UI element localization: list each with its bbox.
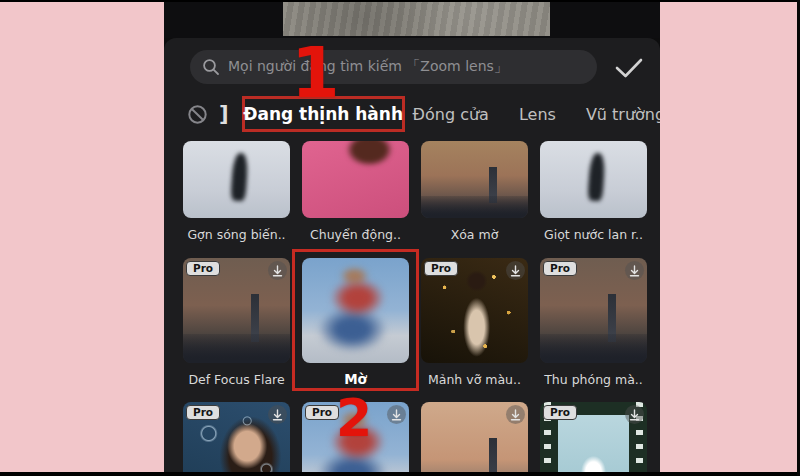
pro-badge: Pro bbox=[186, 261, 220, 276]
effect-thumbnail: Pro bbox=[540, 141, 647, 218]
effect-label: Giọt nước lan r.. bbox=[540, 226, 647, 243]
effects-tab-bar: ] Đang thịnh hành Đóng cửa Lens Vũ trườn… bbox=[164, 96, 660, 132]
effect-card-manh-vo-mau[interactable]: Pro Mảnh vỡ màu.. bbox=[421, 258, 528, 388]
download-icon[interactable] bbox=[625, 261, 644, 280]
effect-card-gon-song-bien[interactable]: Pro Gợn sóng biến.. bbox=[183, 141, 290, 243]
annotation-step-2: 2 bbox=[336, 396, 372, 440]
pro-badge: Pro bbox=[543, 261, 577, 276]
effect-card-thu-phong[interactable]: Pro Thu phóng mà.. bbox=[540, 258, 647, 388]
effect-card-xoa-mo[interactable]: Pro Xóa mờ bbox=[421, 141, 528, 243]
pro-badge: Pro bbox=[543, 405, 577, 420]
effect-thumbnail: Pro bbox=[302, 258, 409, 363]
effect-thumbnail: Pro bbox=[421, 258, 528, 363]
effects-row-3: Pro Pro Pro bbox=[183, 402, 647, 476]
download-icon[interactable] bbox=[387, 405, 406, 424]
effect-card-mo[interactable]: Pro Mờ bbox=[302, 258, 409, 388]
screenshot-stage: Mọi người đang tìm kiếm 「Zoom lens」 ] Đa… bbox=[0, 0, 800, 476]
download-icon[interactable] bbox=[268, 405, 287, 424]
download-icon[interactable] bbox=[506, 261, 525, 280]
effect-label: Gợn sóng biến.. bbox=[183, 226, 290, 243]
effects-row-1: Pro Gợn sóng biến.. Pro Chuyển động.. Pr… bbox=[183, 141, 647, 243]
tab-lens[interactable]: Lens bbox=[519, 105, 556, 124]
effect-card[interactable]: Pro bbox=[421, 402, 528, 476]
effect-thumbnail: Pro bbox=[183, 258, 290, 363]
effect-label: Mờ bbox=[302, 371, 409, 388]
download-icon[interactable] bbox=[625, 405, 644, 424]
annotation-step-1: 1 bbox=[291, 44, 340, 104]
tab-vu-truong[interactable]: Vũ trường bbox=[586, 105, 660, 124]
search-icon bbox=[202, 58, 220, 76]
search-input[interactable]: Mọi người đang tìm kiếm 「Zoom lens」 bbox=[190, 50, 597, 84]
effect-thumbnail: Pro bbox=[540, 402, 647, 476]
pro-badge: Pro bbox=[186, 405, 220, 420]
letterbox-right bbox=[660, 2, 797, 472]
effect-label: Thu phóng mà.. bbox=[540, 371, 647, 388]
effect-card[interactable]: Pro bbox=[540, 402, 647, 476]
bottom-border bbox=[0, 472, 800, 476]
pro-badge: Pro bbox=[305, 405, 339, 420]
effect-card-chuyen-dong[interactable]: Pro Chuyển động.. bbox=[302, 141, 409, 243]
download-icon[interactable] bbox=[506, 405, 525, 424]
no-effect-icon[interactable] bbox=[187, 104, 208, 125]
tab-dong-cua[interactable]: Đóng cửa bbox=[413, 105, 489, 124]
effect-label: Def Focus Flare bbox=[183, 371, 290, 388]
pro-badge: Pro bbox=[424, 261, 458, 276]
top-border bbox=[0, 0, 800, 2]
letterbox-left bbox=[0, 2, 164, 472]
effect-thumbnail: Pro bbox=[421, 402, 528, 476]
effect-card-def-focus-flare[interactable]: Pro Def Focus Flare bbox=[183, 258, 290, 388]
effect-thumbnail: Pro bbox=[183, 402, 290, 476]
effect-thumbnail: Pro bbox=[183, 141, 290, 218]
effect-thumbnail: Pro bbox=[302, 141, 409, 218]
effect-label: Chuyển động.. bbox=[302, 226, 409, 243]
effects-row-2: Pro Def Focus Flare Pro Mờ Pro M bbox=[183, 258, 647, 388]
effect-thumbnail: Pro bbox=[421, 141, 528, 218]
effect-card-giot-nuoc[interactable]: Pro Giọt nước lan r.. bbox=[540, 141, 647, 243]
effect-label: Xóa mờ bbox=[421, 226, 528, 243]
search-placeholder: Mọi người đang tìm kiếm 「Zoom lens」 bbox=[228, 58, 508, 76]
bracket-icon: ] bbox=[219, 104, 229, 125]
confirm-button[interactable] bbox=[611, 55, 647, 83]
effects-panel: Mọi người đang tìm kiếm 「Zoom lens」 ] Đa… bbox=[164, 38, 660, 476]
download-icon[interactable] bbox=[268, 261, 287, 280]
check-icon bbox=[614, 55, 644, 84]
effect-card[interactable]: Pro bbox=[183, 402, 290, 476]
video-preview bbox=[283, 2, 550, 36]
effect-thumbnail: Pro bbox=[540, 258, 647, 363]
effect-label: Mảnh vỡ màu.. bbox=[421, 371, 528, 388]
